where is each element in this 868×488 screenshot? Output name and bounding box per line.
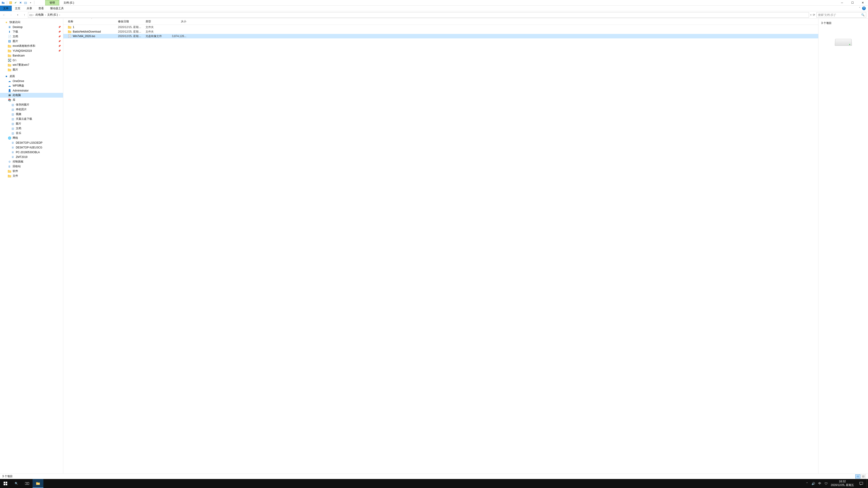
sidebar-item-desktop[interactable]: ▧保存的图片	[0, 102, 63, 107]
delete-icon[interactable]: ✕	[19, 1, 22, 4]
sidebar-item-desktop[interactable]: 🗑回收站	[0, 164, 63, 169]
tray-overflow-icon[interactable]: ˄	[805, 482, 809, 486]
sidebar-item-label: 下载	[13, 30, 18, 34]
sidebar-item-desktop[interactable]: ⚙控制面板	[0, 159, 63, 164]
recycle-icon: 🗑	[8, 165, 11, 168]
folder-icon	[68, 30, 71, 33]
address-dropdown-icon[interactable]: ▾	[810, 14, 811, 16]
column-size[interactable]: 大小	[167, 20, 188, 24]
sidebar-item-quick[interactable]: YUNQISHI2019📌	[0, 48, 63, 53]
home-tab-label: 主页	[15, 6, 20, 10]
breadcrumb[interactable]: › 此电脑 › 文档 (E:) ›	[28, 12, 809, 18]
sidebar-item-desktop[interactable]: ▧本机照片	[0, 107, 63, 112]
help-icon[interactable]: ?	[862, 6, 866, 10]
refresh-icon[interactable]: ⟳	[813, 13, 815, 17]
action-center-button[interactable]	[856, 479, 867, 488]
sidebar-item-desktop[interactable]: 💻此电脑	[0, 93, 63, 98]
ime-indicator[interactable]: 中	[817, 482, 822, 486]
sidebar-item-quick[interactable]: 💽G:\	[0, 58, 63, 63]
search-box[interactable]: 🔍	[816, 12, 866, 18]
start-button[interactable]	[0, 479, 11, 488]
network-icon: 🌐	[8, 136, 11, 140]
volume-icon[interactable]: 🔊	[811, 482, 815, 486]
sidebar-item-desktop[interactable]: 📚库	[0, 98, 63, 102]
back-button[interactable]: ←	[2, 13, 6, 17]
column-date[interactable]: 修改日期	[117, 20, 144, 24]
system-tray: ˄ 🔊 中 🛡	[804, 482, 829, 486]
check-icon[interactable]: ✔	[14, 1, 18, 4]
close-button[interactable]: ✕	[858, 0, 868, 6]
home-tab[interactable]: 主页	[12, 6, 24, 11]
sidebar-item-quick[interactable]: excel表格制作求和📌	[0, 43, 63, 48]
svg-rect-40	[860, 482, 863, 484]
up-button[interactable]: ↑	[22, 13, 27, 17]
sidebar-item-desktop[interactable]: ▧文档	[0, 126, 63, 131]
ribbon-collapse-icon[interactable]: ˄	[859, 7, 860, 10]
security-icon[interactable]: 🛡	[824, 482, 828, 486]
sidebar-item-quick[interactable]: 📄文档📌	[0, 34, 63, 39]
sidebar-item-quick[interactable]: ⬇下载📌	[0, 29, 63, 34]
desktop-header[interactable]: ■ 桌面	[0, 74, 63, 78]
sidebar-item-desktop[interactable]: 🖥ZMT2019	[0, 155, 63, 159]
view-tab[interactable]: 查看	[35, 6, 47, 11]
task-view-button[interactable]	[22, 479, 33, 488]
thumbnails-view-button[interactable]	[861, 475, 866, 479]
table-row[interactable]: 12020/12/15, 星期二 1...文件夹	[63, 25, 818, 29]
sidebar-item-quick[interactable]: 图片	[0, 67, 63, 72]
sidebar-item-desktop[interactable]: 文件	[0, 173, 63, 178]
crumb-this-pc[interactable]: 此电脑	[35, 13, 44, 17]
sidebar-item-quick[interactable]: 🖼图片📌	[0, 39, 63, 43]
sidebar-item-desktop[interactable]: ▧音乐	[0, 131, 63, 135]
recent-dropdown-icon[interactable]: ▾	[16, 13, 20, 17]
sidebar-item-quick[interactable]: 🖥Desktop📌	[0, 25, 63, 29]
sidebar-item-quick[interactable]: win7重装win7	[0, 63, 63, 67]
sidebar-item-label: PC-20190530OBLA	[16, 151, 40, 154]
chevron-right-icon[interactable]: ›	[33, 13, 34, 17]
sidebar-item-desktop[interactable]: 🖥DESKTOP-NJEU3CG	[0, 145, 63, 150]
share-tab[interactable]: 共享	[24, 6, 35, 11]
sidebar-item-desktop[interactable]: 🌐网络	[0, 135, 63, 140]
table-row[interactable]: Win7x64_2020.iso2020/12/25, 星期五 1...光盘映像…	[63, 34, 818, 38]
minimize-button[interactable]: ─	[837, 0, 847, 6]
new-folder-icon[interactable]	[24, 1, 27, 4]
quick-access-header[interactable]: ★ 快速访问	[0, 20, 63, 25]
column-name[interactable]: ˄ 名称	[66, 20, 117, 24]
sidebar-item-desktop[interactable]: ▧天翼云盘下载	[0, 117, 63, 121]
file-explorer-taskbar-button[interactable]	[33, 479, 43, 488]
details-view-button[interactable]	[855, 475, 860, 479]
show-desktop-button[interactable]	[867, 479, 868, 488]
file-tab[interactable]: 文件	[0, 6, 12, 11]
maximize-button[interactable]: ☐	[847, 0, 858, 6]
sidebar-item-desktop[interactable]: 👤Administrator	[0, 88, 63, 93]
downloads-icon: ⬇	[8, 30, 11, 34]
sidebar-item-desktop[interactable]: 🖥PC-20190530OBLA	[0, 150, 63, 155]
forward-button[interactable]: →	[8, 13, 13, 17]
app-icon[interactable]	[1, 1, 5, 4]
sidebar-item-desktop[interactable]: ▧图片	[0, 121, 63, 126]
svg-rect-9	[8, 55, 11, 57]
search-icon[interactable]: 🔍	[861, 13, 865, 17]
file-tab-label: 文件	[3, 6, 8, 10]
sidebar-item-desktop[interactable]: 软件	[0, 169, 63, 173]
crumb-drive-e[interactable]: 文档 (E:)	[46, 13, 59, 17]
manage-tab[interactable]: 管理	[45, 0, 59, 5]
sidebar-item-quick[interactable]: Bandicam	[0, 53, 63, 58]
sublib-icon: ▧	[11, 103, 14, 107]
sidebar-item-desktop[interactable]: ▧视频	[0, 112, 63, 117]
sidebar-item-desktop[interactable]: ☁WPS网盘	[0, 84, 63, 88]
sidebar-item-desktop[interactable]: 🖥DESKTOP-LSSOEDP	[0, 140, 63, 145]
chevron-right-icon[interactable]: ›	[45, 13, 46, 17]
qat-dropdown-icon[interactable]: ▾	[29, 1, 32, 4]
folder-icon	[8, 169, 11, 173]
chevron-right-icon[interactable]: ›	[59, 13, 60, 17]
sidebar-item-label: OneDrive	[13, 79, 24, 83]
sidebar-item-label: Administrator	[13, 89, 29, 92]
properties-icon[interactable]	[9, 1, 12, 4]
column-type[interactable]: 类型	[144, 20, 167, 24]
taskbar-clock[interactable]: 16:32 2020/12/25, 星期五	[829, 480, 856, 487]
search-button[interactable]: 🔍	[11, 479, 22, 488]
sidebar-item-desktop[interactable]: ☁OneDrive	[0, 78, 63, 84]
table-row[interactable]: BaiduNetdiskDownload2020/12/25, 星期五 1...…	[63, 29, 818, 34]
search-input[interactable]	[818, 13, 861, 17]
drive-tools-tab[interactable]: 驱动器工具	[47, 6, 67, 11]
